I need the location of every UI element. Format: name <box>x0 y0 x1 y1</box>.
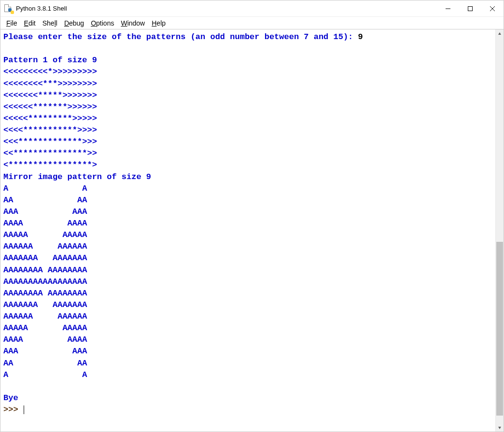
python-prompt: >>> <box>3 405 23 414</box>
svg-rect-1 <box>468 6 473 11</box>
vertical-scrollbar[interactable] <box>495 29 504 432</box>
svg-marker-5 <box>498 427 501 429</box>
bye-line: Bye <box>3 393 18 403</box>
python-file-icon <box>4 4 13 13</box>
pattern2-line: AAAAAAA AAAAAAA <box>3 300 87 309</box>
user-input-value: 9 <box>358 32 363 42</box>
pattern2-line: AAAAAAAAAAAAAAAAA <box>3 277 87 286</box>
pattern2-line: AAA AAA <box>3 347 87 356</box>
pattern1-line: <<<<<<<<<*>>>>>>>>> <box>3 67 97 76</box>
menu-edit[interactable]: Edit <box>21 18 39 28</box>
menu-bar: File Edit Shell Debug Options Window Hel… <box>0 17 504 29</box>
pattern2-line: AAAAAAAA AAAAAAAA <box>3 265 87 275</box>
menu-debug[interactable]: Debug <box>61 18 87 28</box>
pattern2-line: AAAAA AAAAA <box>3 230 87 239</box>
pattern2-line: AA AA <box>3 195 87 205</box>
pattern2-header: Mirror image pattern of size 9 <box>3 172 151 181</box>
pattern1-line: <<<<<*********>>>>> <box>3 114 97 123</box>
text-cursor <box>24 405 24 414</box>
menu-help[interactable]: Help <box>149 18 168 28</box>
scroll-down-button[interactable] <box>496 423 504 432</box>
pattern1-line: <<***************>> <box>3 149 97 158</box>
pattern2-line: AAAAAA AAAAAA <box>3 242 87 251</box>
pattern2-line: AAAAAAA AAAAAAA <box>3 253 87 263</box>
pattern1-line: <<<<<<*******>>>>>> <box>3 102 97 111</box>
menu-file[interactable]: File <box>3 18 20 28</box>
scrollbar-thumb[interactable] <box>496 242 503 416</box>
svg-marker-4 <box>498 32 501 35</box>
content-area: Please enter the size of the patterns (a… <box>0 29 504 432</box>
pattern2-line: AAAAAA AAAAAA <box>3 312 87 321</box>
pattern2-line: AA AA <box>3 359 87 368</box>
pattern1-line: <*****************> <box>3 160 97 169</box>
pattern2-line: A A <box>3 370 87 379</box>
pattern2-line: AAAA AAAA <box>3 335 87 344</box>
scroll-up-button[interactable] <box>496 29 504 38</box>
menu-shell[interactable]: Shell <box>40 18 60 28</box>
window-title: Python 3.8.1 Shell <box>16 5 67 12</box>
close-button[interactable] <box>481 0 504 16</box>
pattern2-line: AAA AAA <box>3 207 87 216</box>
scrollbar-track[interactable] <box>496 38 504 423</box>
pattern1-line: <<<<<<<*****>>>>>>> <box>3 91 97 100</box>
pattern2-line: AAAAAAAA AAAAAAAA <box>3 289 87 298</box>
pattern1-line: <<<<<<<<***>>>>>>>> <box>3 79 97 88</box>
window-controls <box>437 0 504 16</box>
pattern2-line: AAAAA AAAAA <box>3 323 87 333</box>
pattern2-line: A A <box>3 184 87 193</box>
maximize-button[interactable] <box>459 0 481 16</box>
minimize-button[interactable] <box>437 0 459 16</box>
pattern2-line: AAAA AAAA <box>3 219 87 228</box>
pattern1-line: <<<<***********>>>> <box>3 125 97 135</box>
input-prompt: Please enter the size of the patterns (a… <box>3 32 358 42</box>
menu-window[interactable]: Window <box>118 18 148 28</box>
title-bar: Python 3.8.1 Shell <box>0 0 504 17</box>
menu-options[interactable]: Options <box>88 18 117 28</box>
app-window: Python 3.8.1 Shell File Edit Shell Debug… <box>0 0 504 432</box>
pattern1-header: Pattern 1 of size 9 <box>3 56 97 65</box>
pattern1-line: <<<*************>>> <box>3 137 97 146</box>
shell-text-area[interactable]: Please enter the size of the patterns (a… <box>0 29 495 432</box>
